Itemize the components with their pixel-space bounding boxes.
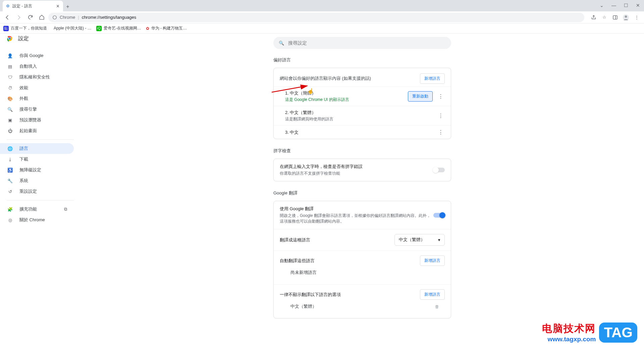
nav-privacy[interactable]: 🛡隱私權和安全性 [0, 72, 74, 82]
auto-translate-label: 自動翻譯這些語言 [280, 258, 315, 264]
reload-button[interactable] [25, 13, 35, 22]
forward-button[interactable] [14, 13, 23, 22]
search-icon: 🔍 [279, 41, 284, 46]
settings-search-input[interactable] [288, 40, 446, 46]
home-button[interactable] [37, 13, 46, 22]
add-language-button[interactable]: 新增語言 [420, 73, 445, 84]
bookmarks-bar: 貼 百度一下，你就知道 Apple (中国大陆) - … iQ 爱奇艺-在线视频… [0, 23, 644, 34]
never-translate-language: 中文（繁體） [290, 304, 317, 309]
huawei-favicon: ✿ [146, 26, 149, 31]
nav-label: 系統 [19, 178, 28, 184]
wrench-icon: 🔧 [7, 178, 13, 183]
language-name: 3. 中文 [285, 129, 437, 135]
watermark: 电脑技术网 www.tagxp.com TAG [542, 322, 637, 343]
puzzle-icon: 🧩 [7, 207, 13, 212]
section-google-translate: Google 翻譯 [273, 190, 451, 196]
new-tab-button[interactable]: + [63, 2, 72, 11]
nav-label: 下載 [19, 156, 28, 162]
profile-avatar[interactable] [621, 13, 631, 22]
nav-reset[interactable]: ↺重設設定 [0, 186, 74, 197]
language-name: 2. 中文（繁體） [285, 110, 437, 116]
side-panel-icon[interactable] [610, 13, 620, 22]
never-translate-label: 一律不顯示翻譯以下語言的選項 [280, 292, 341, 298]
window-close-button[interactable]: ✕ [632, 3, 644, 8]
nav-separator [7, 139, 74, 140]
page-title: 設定 [18, 35, 29, 42]
nav-search-engine[interactable]: 🔍搜尋引擎 [0, 104, 74, 115]
spell-check-card: 在網頁上輸入文字時，檢查是否有拼字錯誤 你選取的語言不支援拼字檢查功能 [273, 159, 451, 181]
menu-kebab-icon[interactable]: ⋮ [632, 13, 641, 22]
window-minimize-button[interactable]: — [608, 3, 620, 8]
url-separator: | [78, 15, 79, 20]
add-never-translate-language-button[interactable]: 新增語言 [420, 289, 445, 300]
language-subtitle: 這是 Google Chrome UI 的顯示語言 [285, 97, 408, 103]
browser-icon: ▣ [7, 118, 13, 123]
nav-you-and-google[interactable]: 👤你與 Google [0, 50, 74, 61]
bookmark-label: 爱奇艺-在线视频网… [104, 25, 141, 31]
google-translate-toggle[interactable] [433, 213, 445, 218]
window-maximize-button[interactable]: ☐ [620, 3, 632, 8]
nav-downloads[interactable]: ⭳下載 [0, 154, 74, 165]
nav-label: 自動填入 [19, 63, 37, 69]
bookmark-iqiyi[interactable]: iQ 爱奇艺-在线视频网… [96, 25, 141, 31]
nav-label: 效能 [19, 85, 28, 91]
bookmark-apple[interactable]: Apple (中国大陆) - … [52, 25, 92, 31]
nav-performance[interactable]: ⏱效能 [0, 82, 74, 93]
select-value: 中文（繁體） [399, 237, 425, 243]
more-vert-icon[interactable]: ⋮ [437, 129, 445, 135]
nav-appearance[interactable]: 🎨外觀 [0, 93, 74, 104]
accessibility-icon: ♿ [7, 168, 13, 173]
watermark-cn: 电脑技术网 [542, 322, 596, 336]
google-translate-card: 使用 Google 翻譯 開啟之後，Google 翻譯會顯示語言選項，並根據你的… [273, 201, 451, 318]
section-spell-check: 拼字檢查 [273, 148, 451, 154]
translate-target-select[interactable]: 中文（繁體） ▾ [394, 234, 445, 246]
tab-close-icon[interactable]: ✕ [56, 4, 60, 9]
use-translate-sub: 開啟之後，Google 翻譯會顯示語言選項，並根據你的偏好語言翻譯網站內容。此外… [280, 213, 433, 224]
nav-on-startup[interactable]: ⏻起始畫面 [0, 125, 74, 136]
bookmark-star-icon[interactable]: ☆ [600, 13, 609, 22]
restart-button[interactable]: 重新啟動 [408, 91, 433, 102]
nav-label: 起始畫面 [19, 128, 37, 134]
translate-target-label: 翻譯成這種語言 [280, 237, 310, 243]
nav-languages[interactable]: 🌐語言 [0, 143, 74, 154]
add-auto-translate-language-button[interactable]: 新增語言 [420, 255, 445, 266]
url-text: chrome://settings/languages [82, 15, 137, 20]
nav-about-chrome[interactable]: ◎關於 Chrome [0, 215, 74, 225]
nav-separator [7, 200, 74, 200]
nav-extensions[interactable]: 🧩擴充功能⧉ [0, 204, 74, 215]
bookmark-label: 华为 - 构建万物互… [151, 25, 187, 31]
nav-label: 預設瀏覽器 [19, 117, 41, 123]
spell-check-sub: 你選取的語言不支援拼字檢查功能 [280, 171, 433, 176]
share-icon[interactable] [589, 13, 598, 22]
more-vert-icon[interactable]: ⋮ [437, 93, 445, 100]
bookmark-huawei[interactable]: ✿ 华为 - 构建万物互… [146, 25, 187, 31]
bookmark-label: Apple (中国大陆) - … [54, 25, 92, 31]
bookmark-baidu[interactable]: 貼 百度一下，你就知道 [3, 25, 47, 31]
svg-point-0 [53, 15, 57, 19]
settings-search[interactable]: 🔍 [273, 37, 451, 49]
chrome-info-icon [52, 15, 57, 20]
baidu-favicon: 貼 [3, 26, 9, 31]
address-bar[interactable]: Chrome | chrome://settings/languages [48, 13, 584, 22]
preferred-desc: 網站會以你偏好的語言顯示內容 (如果支援的話) [280, 76, 371, 81]
url-protocol-label: Chrome [60, 15, 75, 20]
browser-tab[interactable]: ⚙ 設定 - 語言 ✕ [3, 1, 63, 11]
more-vert-icon[interactable]: ⋮ [437, 113, 445, 119]
language-row-simplified: 1. 中文（簡體） 這是 Google Chrome UI 的顯示語言 重新啟動… [274, 86, 451, 106]
nav-label: 外觀 [19, 96, 28, 102]
tab-strip: ⚙ 設定 - 語言 ✕ + [0, 0, 644, 11]
nav-accessibility[interactable]: ♿無障礙設定 [0, 165, 74, 175]
nav-default-browser[interactable]: ▣預設瀏覽器 [0, 115, 74, 125]
spell-check-toggle [433, 168, 445, 172]
nav-autofill[interactable]: ▤自動填入 [0, 61, 74, 72]
globe-icon: 🌐 [7, 146, 13, 151]
settings-sidebar: 👤你與 Google ▤自動填入 🛡隱私權和安全性 ⏱效能 🎨外觀 🔍搜尋引擎 … [0, 34, 80, 349]
speedometer-icon: ⏱ [7, 85, 13, 91]
window-dropdown-icon[interactable]: ⌄ [596, 3, 608, 8]
nav-system[interactable]: 🔧系統 [0, 175, 74, 186]
nav-label: 語言 [19, 146, 28, 152]
svg-point-4 [625, 15, 627, 18]
browser-toolbar: Chrome | chrome://settings/languages ☆ ⋮ [0, 11, 644, 23]
back-button[interactable] [3, 13, 12, 22]
delete-icon[interactable]: 🗑 [435, 304, 439, 309]
